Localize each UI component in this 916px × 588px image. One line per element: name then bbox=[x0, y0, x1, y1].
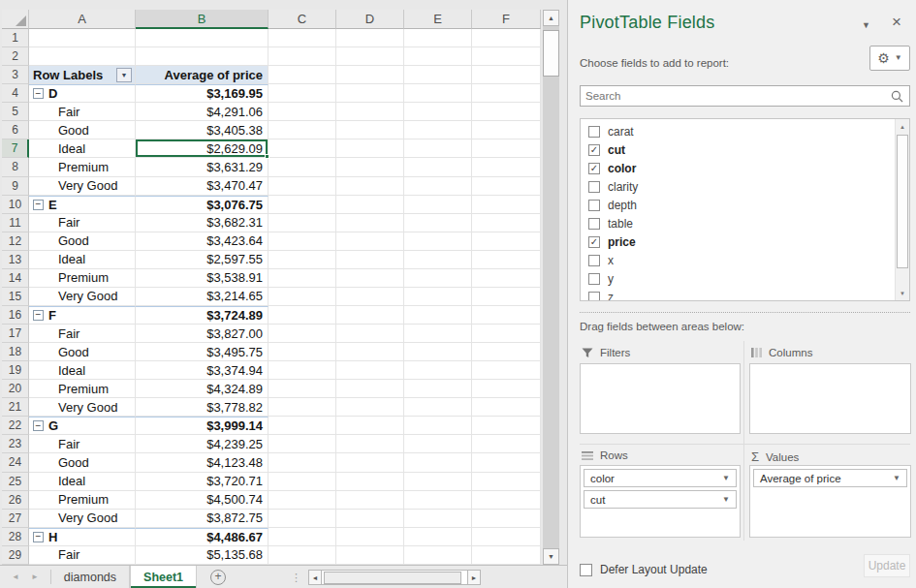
cell-B2[interactable] bbox=[136, 47, 268, 66]
cell-C23[interactable] bbox=[268, 435, 336, 453]
cell-C3[interactable] bbox=[268, 66, 336, 84]
cell-C19[interactable] bbox=[268, 361, 336, 380]
cell-D25[interactable] bbox=[336, 473, 404, 491]
cell-E23[interactable] bbox=[404, 435, 472, 453]
cell-E21[interactable] bbox=[404, 398, 472, 417]
field-item-x[interactable]: x bbox=[581, 251, 909, 269]
tools-button[interactable]: ⚙ ▼ bbox=[869, 46, 910, 71]
cell-B14[interactable]: $3,538.91 bbox=[136, 269, 268, 288]
cell-D26[interactable] bbox=[336, 491, 404, 510]
cell-C17[interactable] bbox=[268, 325, 336, 343]
update-button[interactable]: Update bbox=[864, 554, 910, 577]
vertical-scrollbar-thumb[interactable] bbox=[543, 30, 559, 77]
cell-E24[interactable] bbox=[404, 453, 472, 472]
cell-A26[interactable]: Premium bbox=[29, 491, 136, 510]
cell-C5[interactable] bbox=[268, 103, 336, 121]
cell-B13[interactable]: $2,597.55 bbox=[136, 251, 268, 269]
cell-F6[interactable] bbox=[472, 121, 541, 139]
collapse-group-button[interactable]: − bbox=[33, 420, 44, 431]
column-header-E[interactable]: E bbox=[404, 10, 472, 29]
collapse-group-button[interactable]: − bbox=[33, 88, 44, 99]
cell-D5[interactable] bbox=[336, 103, 404, 121]
cell-E8[interactable] bbox=[404, 158, 472, 176]
cell-E5[interactable] bbox=[404, 103, 472, 121]
cell-D6[interactable] bbox=[336, 121, 404, 139]
cell-C26[interactable] bbox=[268, 491, 336, 510]
cell-A29[interactable]: Fair bbox=[29, 546, 136, 565]
cell-D18[interactable] bbox=[336, 343, 404, 361]
scroll-right-button[interactable]: ► bbox=[467, 570, 481, 585]
row-header-9[interactable]: 9 bbox=[2, 177, 29, 196]
cell-F7[interactable] bbox=[472, 139, 541, 158]
cell-D15[interactable] bbox=[336, 288, 404, 306]
cell-D11[interactable] bbox=[336, 214, 404, 232]
cell-C13[interactable] bbox=[268, 251, 336, 269]
cell-C28[interactable] bbox=[268, 528, 336, 546]
cell-F2[interactable] bbox=[472, 47, 541, 66]
cell-E14[interactable] bbox=[404, 269, 472, 288]
cell-F19[interactable] bbox=[472, 361, 541, 380]
cell-B16[interactable]: $3,724.89 bbox=[136, 306, 268, 325]
row-header-14[interactable]: 14 bbox=[2, 269, 29, 288]
chevron-down-icon[interactable]: ▼ bbox=[722, 475, 730, 482]
cell-E2[interactable] bbox=[404, 47, 472, 66]
field-checkbox-depth[interactable] bbox=[588, 200, 600, 211]
row-header-3[interactable]: 3 bbox=[2, 66, 29, 84]
cell-E28[interactable] bbox=[404, 528, 472, 546]
field-list-scrollbar-thumb[interactable] bbox=[897, 135, 908, 268]
row-header-24[interactable]: 24 bbox=[2, 453, 29, 472]
row-header-20[interactable]: 20 bbox=[2, 380, 29, 398]
cell-A10[interactable]: −E bbox=[29, 196, 136, 214]
cell-D24[interactable] bbox=[336, 453, 404, 472]
cell-A27[interactable]: Very Good bbox=[29, 510, 136, 528]
cell-F29[interactable] bbox=[472, 546, 541, 565]
scroll-left-button[interactable]: ◄ bbox=[308, 570, 322, 585]
cell-B21[interactable]: $3,778.82 bbox=[136, 398, 268, 417]
cell-C7[interactable] bbox=[268, 139, 336, 158]
cell-E22[interactable] bbox=[404, 417, 472, 435]
row-header-2[interactable]: 2 bbox=[2, 47, 29, 66]
cell-A15[interactable]: Very Good bbox=[29, 288, 136, 306]
row-header-11[interactable]: 11 bbox=[2, 214, 29, 232]
field-item-price[interactable]: ✓price bbox=[581, 232, 909, 251]
cell-B12[interactable]: $3,423.64 bbox=[136, 232, 268, 251]
cell-A3[interactable]: Row Labels▼ bbox=[29, 66, 136, 84]
cell-C12[interactable] bbox=[268, 232, 336, 251]
cell-A24[interactable]: Good bbox=[29, 453, 136, 472]
row-header-23[interactable]: 23 bbox=[2, 435, 29, 453]
cell-E16[interactable] bbox=[404, 306, 472, 325]
cell-F11[interactable] bbox=[472, 214, 541, 232]
row-header-25[interactable]: 25 bbox=[2, 473, 29, 491]
tab-nav-right-icon[interactable]: ► bbox=[31, 573, 39, 581]
row-header-16[interactable]: 16 bbox=[2, 306, 29, 325]
row-header-6[interactable]: 6 bbox=[2, 121, 29, 139]
column-header-D[interactable]: D bbox=[336, 10, 404, 29]
rows-field-pill[interactable]: cut▼ bbox=[584, 490, 737, 509]
column-header-F[interactable]: F bbox=[472, 10, 541, 29]
select-all-corner[interactable] bbox=[2, 10, 29, 29]
tab-nav-left-icon[interactable]: ◄ bbox=[12, 573, 19, 581]
cell-C9[interactable] bbox=[268, 177, 336, 196]
cell-B10[interactable]: $3,076.75 bbox=[136, 196, 268, 214]
collapse-group-button[interactable]: − bbox=[33, 310, 44, 321]
cell-E29[interactable] bbox=[404, 546, 472, 565]
cell-B26[interactable]: $4,500.74 bbox=[136, 491, 268, 510]
add-sheet-button[interactable]: + bbox=[210, 570, 226, 585]
scroll-up-icon[interactable]: ▲ bbox=[896, 119, 909, 134]
cell-C14[interactable] bbox=[268, 269, 336, 288]
cell-E11[interactable] bbox=[404, 214, 472, 232]
cell-E15[interactable] bbox=[404, 288, 472, 306]
cell-B4[interactable]: $3,169.95 bbox=[136, 84, 268, 103]
cell-E4[interactable] bbox=[404, 84, 472, 103]
cell-E3[interactable] bbox=[404, 66, 472, 84]
cell-F14[interactable] bbox=[472, 269, 541, 288]
cell-D21[interactable] bbox=[336, 398, 404, 417]
row-header-5[interactable]: 5 bbox=[2, 103, 29, 121]
cell-A18[interactable]: Good bbox=[29, 343, 136, 361]
cell-B29[interactable]: $5,135.68 bbox=[136, 546, 268, 565]
cell-C29[interactable] bbox=[268, 546, 336, 565]
cell-A4[interactable]: −D bbox=[29, 84, 136, 103]
cell-C16[interactable] bbox=[268, 306, 336, 325]
cell-B19[interactable]: $3,374.94 bbox=[136, 361, 268, 380]
cell-A17[interactable]: Fair bbox=[29, 325, 136, 343]
